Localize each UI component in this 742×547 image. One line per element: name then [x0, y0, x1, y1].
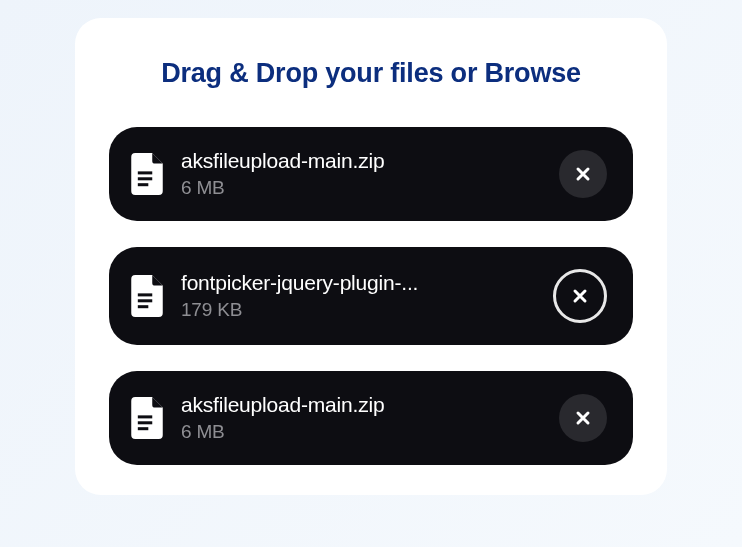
- file-item: fontpicker-jquery-plugin-... 179 KB: [109, 247, 633, 345]
- file-meta: aksfileupload-main.zip 6 MB: [181, 393, 541, 443]
- file-item: aksfileupload-main.zip 6 MB: [109, 127, 633, 221]
- file-name: fontpicker-jquery-plugin-...: [181, 271, 535, 295]
- svg-rect-7: [138, 421, 152, 424]
- file-size: 6 MB: [181, 177, 541, 199]
- file-icon: [131, 397, 163, 439]
- svg-rect-0: [138, 171, 152, 174]
- file-meta: aksfileupload-main.zip 6 MB: [181, 149, 541, 199]
- svg-rect-5: [138, 305, 149, 308]
- upload-card[interactable]: Drag & Drop your files or Browse aksfile…: [75, 18, 667, 495]
- svg-rect-1: [138, 177, 152, 180]
- remove-button[interactable]: [553, 269, 607, 323]
- close-icon: [575, 410, 591, 426]
- svg-rect-2: [138, 183, 149, 186]
- file-icon: [131, 153, 163, 195]
- file-size: 179 KB: [181, 299, 535, 321]
- close-icon: [572, 288, 588, 304]
- remove-button[interactable]: [559, 150, 607, 198]
- file-item: aksfileupload-main.zip 6 MB: [109, 371, 633, 465]
- close-icon: [575, 166, 591, 182]
- svg-rect-3: [138, 293, 152, 296]
- remove-button[interactable]: [559, 394, 607, 442]
- file-list: aksfileupload-main.zip 6 MB f: [109, 127, 633, 465]
- file-name: aksfileupload-main.zip: [181, 393, 541, 417]
- svg-rect-8: [138, 427, 149, 430]
- svg-rect-4: [138, 299, 152, 302]
- file-name: aksfileupload-main.zip: [181, 149, 541, 173]
- file-meta: fontpicker-jquery-plugin-... 179 KB: [181, 271, 535, 321]
- dropzone-heading[interactable]: Drag & Drop your files or Browse: [109, 58, 633, 89]
- file-size: 6 MB: [181, 421, 541, 443]
- file-icon: [131, 275, 163, 317]
- svg-rect-6: [138, 415, 152, 418]
